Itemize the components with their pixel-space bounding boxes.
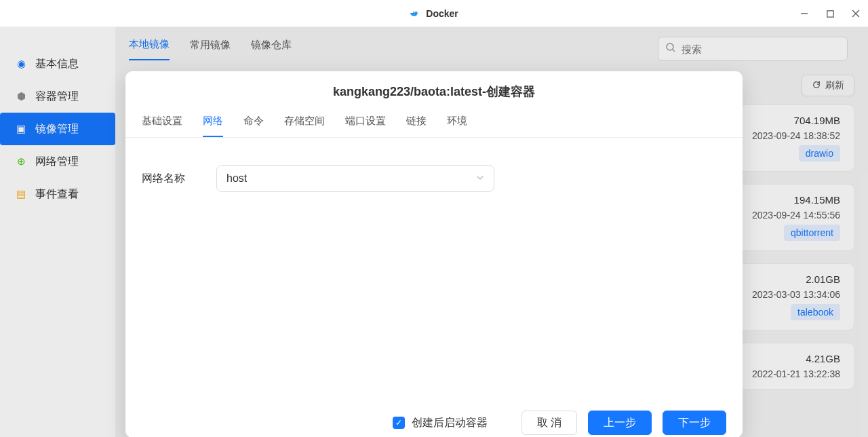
close-icon[interactable] xyxy=(849,7,863,20)
window-controls xyxy=(797,0,863,27)
network-name-value: host xyxy=(226,172,247,185)
create-container-modal: kangkang223/baota:latest-创建容器 基础设置 网络 命令… xyxy=(125,71,743,437)
minimize-icon[interactable] xyxy=(797,7,811,20)
network-name-row: 网络名称 host xyxy=(142,165,726,192)
modal-tab-links[interactable]: 链接 xyxy=(406,115,427,137)
network-name-label: 网络名称 xyxy=(142,172,196,186)
modal-tab-command[interactable]: 命令 xyxy=(243,115,264,137)
app-title: Docker xyxy=(426,8,458,19)
modal-tab-network[interactable]: 网络 xyxy=(203,115,223,137)
modal-tabs: 基础设置 网络 命令 存储空间 端口设置 链接 环境 xyxy=(125,109,743,138)
chevron-down-icon xyxy=(476,172,484,185)
cancel-button[interactable]: 取 消 xyxy=(521,411,577,435)
start-after-create-check[interactable]: ✓ 创建后启动容器 xyxy=(393,416,488,430)
modal-footer: ✓ 创建后启动容器 取 消 上一步 下一步 xyxy=(125,402,743,437)
svg-rect-1 xyxy=(827,10,833,16)
modal-tab-env[interactable]: 环境 xyxy=(447,115,467,137)
title-wrap: Docker xyxy=(410,8,458,19)
prev-button[interactable]: 上一步 xyxy=(588,411,652,435)
modal-title: kangkang223/baota:latest-创建容器 xyxy=(125,71,743,109)
modal-body: 网络名称 host xyxy=(125,138,743,402)
modal-tab-basic[interactable]: 基础设置 xyxy=(142,115,182,137)
titlebar: Docker xyxy=(0,0,868,27)
start-after-create-label: 创建后启动容器 xyxy=(412,416,488,430)
network-name-select[interactable]: host xyxy=(216,165,494,192)
maximize-icon[interactable] xyxy=(823,7,837,20)
docker-icon xyxy=(410,8,420,19)
next-button[interactable]: 下一步 xyxy=(663,411,726,435)
modal-tab-ports[interactable]: 端口设置 xyxy=(345,115,386,137)
checkbox-checked-icon: ✓ xyxy=(393,417,405,429)
modal-tab-storage[interactable]: 存储空间 xyxy=(284,115,325,137)
